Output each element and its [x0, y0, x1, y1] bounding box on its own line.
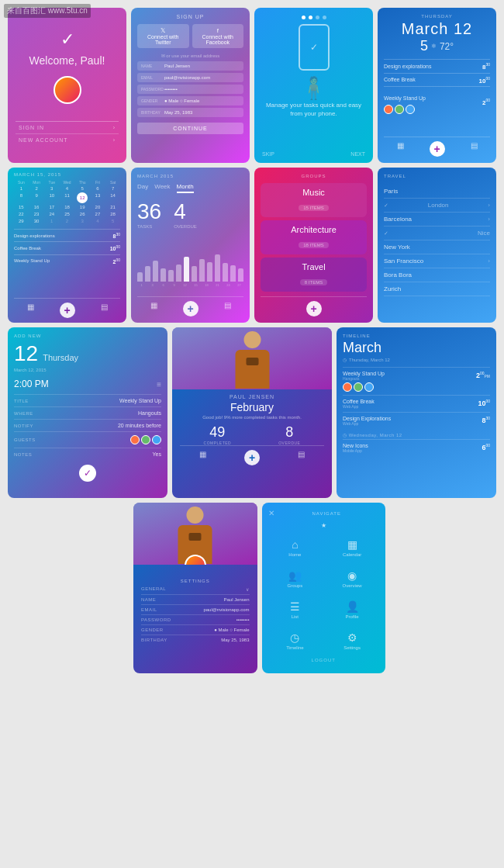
timeline-date: ◷Thursday, March 12 — [343, 357, 490, 362]
groups-add-btn[interactable]: + — [306, 301, 322, 316]
nav-timeline[interactable]: ◷ Timeline — [268, 627, 323, 655]
travel-card: TRAVEL Paris ✓ London› Barcelona› ✓ Nice… — [378, 168, 496, 323]
birthday-field[interactable]: BIRTHDAYMay 25, 1983 — [137, 108, 243, 117]
profile-cal-icon[interactable]: ▦ — [199, 450, 206, 465]
bar-chart — [137, 243, 243, 282]
nav-calendar[interactable]: ▦ Calendar — [325, 534, 379, 562]
avatar-3 — [406, 105, 415, 114]
next-btn[interactable]: NEXT — [350, 151, 365, 157]
cal-icon[interactable]: ▦ — [27, 303, 34, 318]
calendar-icon[interactable]: ▦ — [397, 141, 404, 157]
travel-london[interactable]: ✓ London› — [384, 199, 490, 213]
logout-btn[interactable]: LOGOUT — [268, 658, 380, 662]
email-field[interactable]: EMAILpaul@nvisionapp.com — [137, 73, 243, 82]
nav-profile[interactable]: 👤 Profile — [325, 596, 379, 624]
settings-name[interactable]: NAME Paul Jensen — [141, 594, 250, 604]
row-1: ✓ Welcome, Paul! SIGN IN › NEW ACCOUNT ›… — [8, 8, 496, 163]
settings-birthday[interactable]: BIRTHDAY May 25, 1983 — [141, 635, 250, 645]
group-travel[interactable]: Travel 8 ITEMS — [261, 258, 367, 292]
nav-settings[interactable]: ⚙ Settings — [325, 627, 379, 655]
travel-sf[interactable]: San Francisco› — [384, 254, 490, 268]
tab-month[interactable]: Month — [177, 183, 194, 193]
nav-grid: ⌂ Home ▦ Calendar 👥 Groups ◉ Overview ☰ — [268, 534, 380, 655]
travel-borabora[interactable]: Bora Bora — [384, 268, 490, 282]
tl-task-1: Weekly Stand Up Hangouts 200PM — [343, 367, 490, 395]
chart-icon[interactable]: ▤ — [471, 141, 478, 157]
stats-chart-icon[interactable]: ▤ — [224, 301, 231, 316]
tab-day[interactable]: Day — [137, 183, 148, 193]
settings-password[interactable]: PASSWORD •••••••• — [141, 614, 250, 624]
travel-paris[interactable]: Paris — [384, 185, 490, 199]
continue-btn[interactable]: CONTINUE — [137, 123, 243, 134]
travel-newyork[interactable]: New York — [384, 240, 490, 254]
calendar-card: MARCH 15, 2015 SunMonTueWedThuFriSat 123… — [8, 168, 126, 323]
stats-cal-icon[interactable]: ▦ — [150, 301, 157, 316]
new-account-label[interactable]: NEW ACCOUNT — [19, 137, 68, 143]
nav-home[interactable]: ⌂ Home — [268, 534, 323, 562]
calendar-header: MARCH 15, 2015 — [14, 172, 120, 177]
task-2: Coffee Break 1000 — [384, 73, 490, 87]
stats-add-btn[interactable]: + — [183, 301, 198, 316]
tl-task-4: New Icons Mobile App 600 — [343, 439, 490, 456]
task-where-row[interactable]: WHERE Hangouts — [14, 406, 161, 419]
avatar-1 — [384, 105, 393, 114]
nav-groups[interactable]: 👥 Groups — [268, 565, 323, 593]
nav-title: NAVIGATE — [312, 511, 341, 516]
march-card: THURSDAY March 12 5 ❄ 72° Design explora… — [378, 8, 496, 163]
task-title-row[interactable]: TITLE Weekly Stand Up — [14, 394, 161, 406]
timeline-header: TIMELINE — [343, 334, 490, 338]
cal-task-1: Design explorations 830 — [14, 229, 120, 241]
nav-overview[interactable]: ◉ Overview — [325, 565, 379, 593]
add-button[interactable]: + — [430, 141, 445, 157]
task-guests-row[interactable]: GUESTS — [14, 431, 161, 448]
welcome-title: Welcome, Paul! — [29, 54, 105, 67]
tab-week[interactable]: Week — [154, 183, 170, 193]
twitter-btn[interactable]: 𝕏 Connect with Twitter — [137, 24, 189, 48]
travel-header: TRAVEL — [384, 174, 490, 178]
signin-arrow: › — [113, 125, 116, 130]
signin-label[interactable]: SIGN IN — [19, 125, 44, 130]
travel-nice[interactable]: ✓ Nice — [384, 227, 490, 240]
settings-email[interactable]: EMAIL paul@nvisionapp.com — [141, 604, 250, 614]
password-field[interactable]: PASSWORD•••••••• — [137, 85, 243, 94]
cal-chart-icon[interactable]: ▤ — [101, 303, 108, 318]
time-display: 2:00 PM ≡ — [14, 379, 161, 389]
profile-nav-icon: 👤 — [346, 600, 359, 613]
travel-barcelona[interactable]: Barcelona› — [384, 213, 490, 227]
x-axis: 136 91215 182124 27 — [137, 283, 243, 287]
save-task-btn[interactable]: ✓ — [79, 465, 96, 482]
task-notes-row[interactable]: NOTES Yes — [14, 448, 161, 460]
tl-section-2-label: ◷ Wednesday, March 12 — [343, 432, 490, 437]
avatar — [54, 76, 81, 104]
settings-icon: ⚙ — [347, 631, 357, 644]
group-music[interactable]: Music 15 ITEMS — [261, 183, 367, 217]
cal-task-2: Coffee Break 1000 — [14, 241, 120, 254]
profile-add-btn[interactable]: + — [244, 450, 260, 465]
task-notify-row[interactable]: NOTIFY 20 minutes before — [14, 419, 161, 431]
timeline-card: TIMELINE March ◷Thursday, March 12 Weekl… — [337, 327, 496, 498]
groups-header: GROUPS — [261, 174, 367, 178]
date-display: 12 Thursday — [14, 341, 161, 366]
day-label: THURSDAY — [384, 14, 490, 19]
facebook-btn[interactable]: f Connect with Facebook — [192, 24, 244, 48]
cal-add-btn[interactable]: + — [60, 303, 75, 318]
cal-task-3: Weekly Stand Up 200 — [14, 254, 120, 267]
tl-av2 — [354, 382, 363, 392]
watermark: 来自百图汇 www.5tu.cn — [4, 4, 91, 18]
settings-gender[interactable]: GENDER ● Male ○ Female — [141, 624, 250, 635]
or-divider: ✉ or use your email address — [137, 53, 243, 58]
name-field[interactable]: NAMEPaul Jensen — [137, 61, 243, 71]
nav-x-btn[interactable]: ✕ — [268, 509, 274, 517]
signup-card: SIGN UP 𝕏 Connect with Twitter f Connect… — [131, 8, 250, 163]
group-architecture[interactable]: Architecture 18 ITEMS — [261, 220, 367, 254]
welcome-check: ✓ — [60, 29, 74, 50]
cal-bottom-nav: ▦ + ▤ — [14, 298, 120, 318]
skip-btn[interactable]: SKIP — [262, 151, 274, 157]
travel-zurich[interactable]: Zurich — [384, 282, 490, 296]
gender-field[interactable]: GENDER● Male ○ Female — [137, 96, 243, 105]
nav-star: ★ — [268, 522, 380, 529]
profile-chart-icon[interactable]: ▤ — [298, 450, 305, 465]
nav-list[interactable]: ☰ List — [268, 596, 323, 624]
welcome-card: ✓ Welcome, Paul! SIGN IN › NEW ACCOUNT › — [8, 8, 126, 163]
date-sub: March 12, 2015 — [14, 368, 161, 372]
